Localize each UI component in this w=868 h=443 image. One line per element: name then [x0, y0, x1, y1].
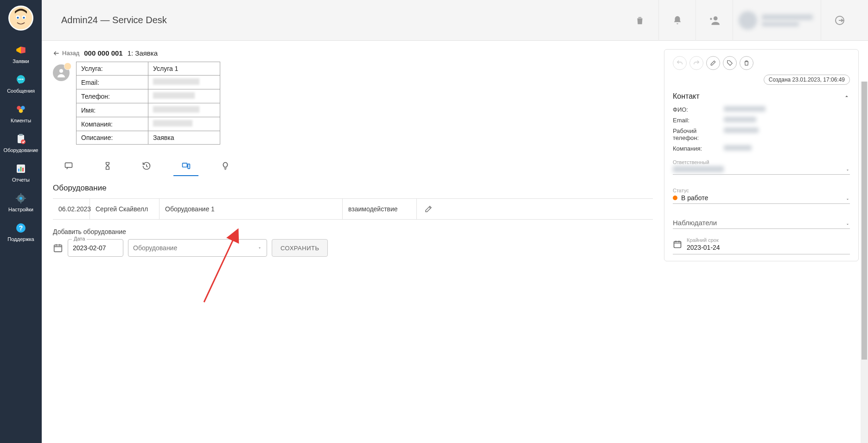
equip-edit-button[interactable]	[417, 199, 440, 219]
contact-fio-key: ФИО:	[673, 106, 724, 113]
contact-email-key: Email:	[673, 117, 724, 124]
deadline-field[interactable]: Крайний срок 2023-01-24	[673, 237, 850, 254]
contact-section-header[interactable]: Контакт	[673, 92, 850, 101]
chevron-down-icon	[845, 197, 850, 202]
status-dropdown[interactable]: Статус В работе	[673, 185, 850, 204]
tab-comments[interactable]	[61, 158, 76, 175]
chat-icon	[14, 73, 27, 86]
svg-rect-23	[16, 198, 18, 199]
svg-rect-18	[22, 168, 24, 171]
info-service-value: Услуга 1	[148, 62, 220, 76]
svg-rect-33	[54, 245, 62, 252]
info-desc-value: Заявка	[148, 131, 220, 145]
svg-point-27	[713, 16, 717, 20]
contact-phone-key: Рабочий телефон:	[673, 127, 724, 141]
info-phone-value	[148, 89, 220, 103]
contact-phone-value	[724, 127, 759, 141]
date-field[interactable]: Дата 2023-02-07	[68, 239, 123, 257]
equip-user: Сергей Скайвелл	[90, 199, 160, 219]
help-icon: ?	[14, 222, 27, 234]
info-company-key: Компания:	[77, 117, 148, 131]
app-avatar[interactable]	[8, 6, 33, 31]
calendar-icon[interactable]	[53, 243, 63, 253]
tab-history[interactable]	[139, 158, 154, 175]
tab-time[interactable]	[100, 158, 115, 175]
svg-rect-35	[674, 241, 681, 247]
svg-point-14	[21, 139, 26, 144]
tabs	[53, 158, 653, 175]
logout-button[interactable]	[821, 0, 858, 41]
svg-point-20	[19, 197, 22, 200]
ticket-number: 000 000 001	[84, 49, 122, 57]
date-value: 2023-02-07	[73, 244, 106, 252]
edit-button[interactable]	[706, 56, 720, 70]
tag-button[interactable]	[723, 56, 737, 70]
responsible-dropdown[interactable]: Ответственный	[673, 157, 850, 175]
sidebar-item-reports[interactable]: Отчеты	[0, 158, 42, 187]
svg-point-11	[19, 109, 23, 113]
contact-company-key: Компания:	[673, 145, 724, 152]
watchers-dropdown[interactable]: Наблюдатели	[673, 216, 850, 229]
equip-item: Оборудование 1	[160, 199, 343, 219]
contact-fio-value	[724, 106, 766, 113]
add-label: Добавить оборудование	[53, 228, 653, 235]
clipboard-icon	[14, 133, 27, 146]
section-title: Оборудование	[53, 184, 653, 193]
svg-point-4	[23, 17, 25, 19]
calendar-icon	[673, 240, 682, 249]
sidebar: Заявки Сообщения Клиенты Оборудование От…	[0, 0, 42, 443]
svg-rect-31	[183, 163, 187, 167]
sidebar-item-label: Клиенты	[11, 118, 31, 123]
svg-rect-17	[20, 167, 22, 171]
user-menu[interactable]	[733, 0, 821, 41]
created-chip: Создана 23.01.2023, 17:06:49	[764, 75, 850, 85]
sidebar-item-label: Поддержка	[7, 236, 34, 242]
status-dot-icon	[673, 196, 677, 200]
topbar: Admin24 — Service Desk	[42, 0, 868, 41]
sidebar-item-clients[interactable]: Клиенты	[0, 98, 42, 128]
sidebar-item-label: Заявки	[13, 58, 29, 64]
info-email-value	[148, 76, 220, 89]
sidebar-item-equipment[interactable]: Оборудование	[0, 128, 42, 158]
svg-rect-22	[20, 202, 21, 203]
sidebar-item-messages[interactable]: Сообщения	[0, 69, 42, 98]
back-link[interactable]: Назад	[53, 50, 79, 57]
svg-rect-16	[18, 169, 19, 171]
undo-button	[673, 56, 687, 70]
users-icon	[14, 103, 27, 116]
requester-avatar	[53, 64, 70, 81]
equip-date: 06.02.2023	[53, 199, 90, 219]
svg-rect-21	[20, 193, 21, 195]
sidebar-item-support[interactable]: ? Поддержка	[0, 217, 42, 247]
notifications-button[interactable]	[658, 0, 696, 41]
sidebar-item-label: Настройки	[8, 207, 33, 212]
delete-button[interactable]	[621, 0, 658, 41]
equipment-select[interactable]: Оборудование	[128, 239, 267, 257]
info-name-key: Имя:	[77, 103, 148, 117]
svg-rect-32	[188, 164, 190, 169]
ticket-title: 1: Заявка	[128, 49, 158, 57]
trash-button[interactable]	[740, 56, 753, 70]
info-name-value	[148, 103, 220, 117]
tab-knowledge[interactable]	[218, 158, 233, 175]
add-user-button[interactable]	[696, 0, 733, 41]
redo-button	[689, 56, 703, 70]
svg-point-29	[59, 69, 63, 73]
svg-point-3	[17, 17, 19, 19]
page-title: Admin24 — Service Desk	[52, 15, 167, 25]
contact-company-value	[724, 145, 752, 152]
info-desc-key: Описание:	[77, 131, 148, 145]
svg-point-7	[20, 79, 22, 80]
tab-equipment[interactable]	[178, 158, 194, 175]
scrollbar[interactable]	[861, 82, 868, 443]
svg-rect-13	[19, 134, 23, 136]
sidebar-item-settings[interactable]: Настройки	[0, 187, 42, 217]
sidebar-item-tickets[interactable]: Заявки	[0, 39, 42, 69]
sidebar-item-label: Отчеты	[12, 177, 30, 183]
info-email-key: Email:	[77, 76, 148, 89]
svg-rect-30	[65, 163, 72, 167]
save-button[interactable]: СОХРАНИТЬ	[272, 239, 328, 257]
info-service-key: Услуга:	[77, 62, 148, 76]
sidebar-item-label: Оборудование	[4, 147, 38, 153]
svg-point-6	[19, 79, 20, 80]
